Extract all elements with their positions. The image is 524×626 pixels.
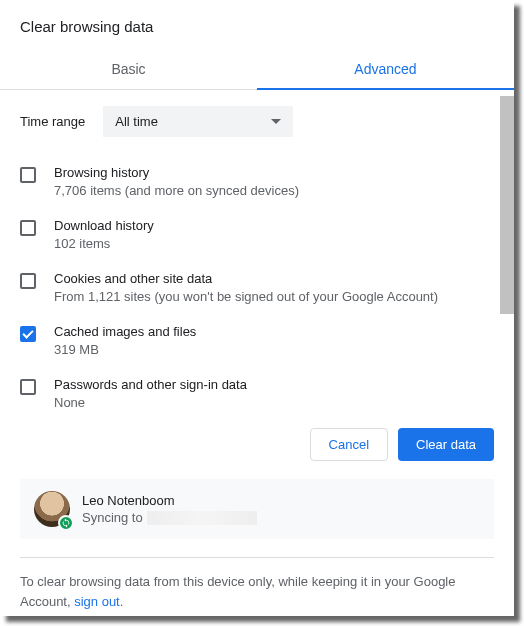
item-passwords: Passwords and other sign-in data None [20,367,494,408]
scrollbar-thumb[interactable] [500,96,514,314]
item-browsing-history: Browsing history 7,706 items (and more o… [20,155,494,208]
sync-prefix: Syncing to [82,510,143,525]
sync-badge-icon [58,515,74,531]
checkbox-passwords[interactable] [20,379,36,395]
tab-advanced[interactable]: Advanced [257,49,514,89]
cancel-button[interactable]: Cancel [310,428,388,461]
redacted-email [147,511,257,525]
dialog-title: Clear browsing data [0,0,514,49]
footer-note: To clear browsing data from this device … [0,558,514,611]
sign-out-link[interactable]: sign out [74,594,120,609]
item-title: Browsing history [54,165,490,180]
time-range-label: Time range [20,114,85,129]
checkbox-cached[interactable] [20,326,36,342]
item-download-history: Download history 102 items [20,208,494,261]
clear-data-button[interactable]: Clear data [398,428,494,461]
chevron-down-icon [271,119,281,125]
tab-basic[interactable]: Basic [0,49,257,89]
item-title: Cookies and other site data [54,271,490,286]
item-sub: None [54,395,490,408]
dialog-actions: Cancel Clear data [0,408,514,479]
item-cookies: Cookies and other site data From 1,121 s… [20,261,494,314]
account-panel: Leo Notenboom Syncing to [20,479,494,539]
data-type-list: Browsing history 7,706 items (and more o… [20,155,494,408]
item-title: Cached images and files [54,324,490,339]
avatar [34,491,70,527]
account-text: Leo Notenboom Syncing to [82,493,257,525]
time-range-select[interactable]: All time [103,106,293,137]
time-range-value: All time [115,114,158,129]
checkbox-cookies[interactable] [20,273,36,289]
clear-browsing-data-dialog: Clear browsing data Basic Advanced Time … [0,0,514,616]
account-name: Leo Notenboom [82,493,257,508]
item-title: Download history [54,218,490,233]
item-sub: 7,706 items (and more on synced devices) [54,183,490,198]
scroll-area: Time range All time Browsing history 7,7… [0,90,514,408]
footer-text-after: . [120,594,124,609]
tabs: Basic Advanced [0,49,514,90]
checkbox-browsing-history[interactable] [20,167,36,183]
account-sync-status: Syncing to [82,510,257,525]
checkbox-download-history[interactable] [20,220,36,236]
time-range-row: Time range All time [20,90,494,155]
item-sub: From 1,121 sites (you won't be signed ou… [54,289,490,304]
item-title: Passwords and other sign-in data [54,377,490,392]
item-cached: Cached images and files 319 MB [20,314,494,367]
item-sub: 102 items [54,236,490,251]
item-sub: 319 MB [54,342,490,357]
